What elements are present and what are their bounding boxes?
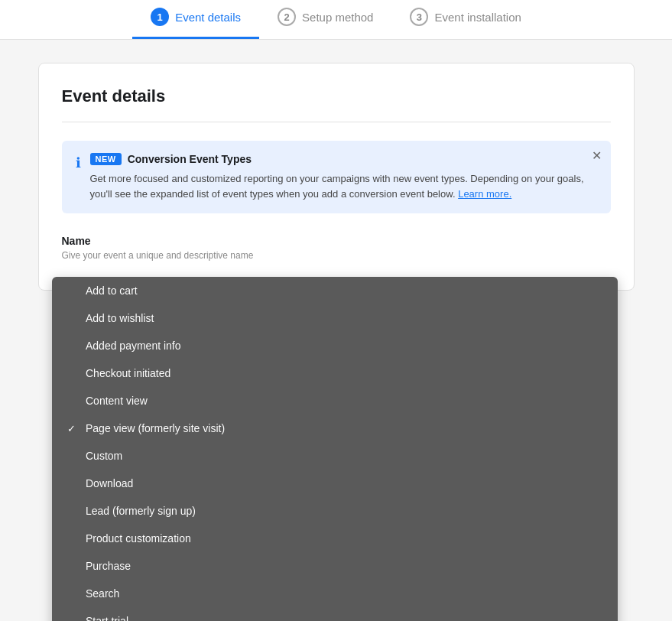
dropdown-item-label: Start trial (86, 615, 128, 621)
banner-title: Conversion Event Types (128, 153, 252, 165)
dropdown-item-label: Added payment info (86, 340, 181, 352)
step-1-circle: 1 (151, 8, 169, 26)
tab-event-details-label: Event details (175, 11, 241, 24)
dropdown-item[interactable]: Lead (formerly sign up) (52, 497, 618, 525)
tab-setup-method-label: Setup method (302, 11, 373, 24)
tab-event-details[interactable]: 1 Event details (132, 0, 259, 39)
dropdown-item[interactable]: ✓Page view (formerly site visit) (52, 415, 618, 442)
dropdown-item[interactable]: Content view (52, 387, 618, 415)
banner-header: NEW Conversion Event Types (90, 153, 597, 165)
event-details-card: Event details ℹ NEW Conversion Event Typ… (38, 63, 635, 291)
tab-setup-method[interactable]: 2 Setup method (259, 0, 391, 39)
close-banner-button[interactable]: ✕ (592, 150, 602, 162)
banner-content: NEW Conversion Event Types Get more focu… (90, 153, 597, 201)
banner-description: Get more focused and customized reportin… (90, 171, 597, 201)
dropdown-item[interactable]: Custom (52, 442, 618, 470)
info-icon: ℹ (76, 154, 81, 171)
dropdown-item[interactable]: Product customization (52, 525, 618, 552)
tab-event-installation-label: Event installation (434, 11, 521, 24)
dropdown-item[interactable]: Start trial (52, 607, 618, 621)
dropdown-item-label: Checkout initiated (86, 367, 170, 379)
event-type-dropdown[interactable]: Add to cartAdd to wishlistAdded payment … (52, 277, 618, 621)
dropdown-item[interactable]: Add to wishlist (52, 304, 618, 332)
dropdown-item-label: Purchase (86, 560, 131, 572)
dropdown-item-label: Custom (86, 450, 122, 462)
top-navigation: 1 Event details 2 Setup method 3 Event i… (0, 0, 672, 40)
dropdown-item[interactable]: Search (52, 580, 618, 607)
dropdown-item-label: Content view (86, 395, 148, 407)
dropdown-item-label: Product customization (86, 532, 191, 545)
divider (62, 122, 611, 122)
name-field-hint: Give your event a unique and descriptive… (62, 250, 611, 261)
step-3-circle: 3 (410, 8, 428, 26)
dropdown-item[interactable]: Download (52, 470, 618, 497)
dropdown-item[interactable]: Added payment info (52, 332, 618, 359)
dropdown-item-label: Page view (formerly site visit) (86, 422, 225, 434)
dropdown-item-label: Add to wishlist (86, 312, 154, 324)
dropdown-item-label: Lead (formerly sign up) (86, 505, 196, 517)
dropdown-item-label: Add to cart (86, 284, 138, 297)
check-mark-icon: ✓ (67, 423, 80, 434)
name-field-label: Name (62, 235, 611, 247)
step-2-circle: 2 (278, 8, 296, 26)
dropdown-item-label: Download (86, 477, 133, 489)
dropdown-item-label: Search (86, 587, 119, 600)
dropdown-item[interactable]: Purchase (52, 552, 618, 580)
dropdown-item[interactable]: Checkout initiated (52, 359, 618, 387)
tab-event-installation[interactable]: 3 Event installation (391, 0, 539, 39)
learn-more-link[interactable]: Learn more. (458, 188, 511, 200)
new-badge: NEW (90, 153, 122, 165)
card-title: Event details (62, 86, 611, 106)
dropdown-item[interactable]: Add to cart (52, 277, 618, 304)
info-banner: ℹ NEW Conversion Event Types Get more fo… (62, 141, 611, 213)
